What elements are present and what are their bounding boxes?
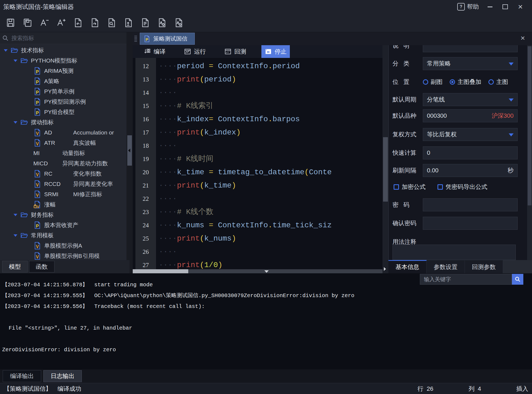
code-text[interactable]: ····print(k_nums) [156,232,382,245]
redo-button[interactable] [88,17,101,29]
drag-grip-icon[interactable] [134,34,138,43]
code-text[interactable]: ···· [156,245,382,258]
help-button[interactable]: ? 帮助 [457,3,479,11]
file-gear-button[interactable] [155,17,168,29]
adjust-mode-select[interactable]: 等比后复权 [423,128,518,141]
font-decrease-button[interactable] [38,17,50,29]
tab-模型[interactable]: 模型 [2,261,28,272]
tree-item[interactable]: V单股模型示例B引用模 [0,251,126,260]
splitter-down-icon[interactable] [264,270,269,273]
tree-item[interactable]: PA策略 [0,76,126,86]
tree-item[interactable]: VSRMIMI修正指标 [0,189,126,199]
refresh-interval-input[interactable] [423,164,517,177]
tree-item[interactable]: VRCCD异同离差变化率 [0,179,126,189]
code-text[interactable]: ····# K线索引 [156,99,382,113]
expander-icon[interactable] [4,49,8,52]
tree-item[interactable]: 摆动指标 [0,117,126,127]
tree-item[interactable]: PPY简单示例 [0,86,126,97]
export-file-button[interactable] [122,17,134,29]
minimize-button[interactable] [486,3,494,11]
tree-item[interactable]: P股本营收资产 [0,220,126,230]
sidebar-scrollbar[interactable] [126,32,133,273]
expander-icon[interactable] [14,121,17,124]
save-all-button[interactable] [21,17,34,29]
code-text[interactable]: ····k_time = timetag_to_datetime(Conte [156,166,382,179]
tree-item[interactable]: V单股模型示例A [0,241,126,251]
radio-option[interactable]: 主图 [488,78,508,86]
radio-option[interactable]: 主图叠加 [450,78,481,86]
radio-option[interactable]: 副图 [423,78,443,86]
tab-基本信息[interactable]: 基本信息 [388,260,427,273]
run-button[interactable]: 运行 [181,45,209,58]
code-text[interactable]: ····print(1/0) [156,258,382,269]
collapse-sidebar-icon[interactable] [128,149,130,152]
tab-编译输出[interactable]: 编译输出 [3,370,41,382]
tree-item[interactable]: MI动量指标 [0,148,126,158]
maximize-button[interactable] [501,3,509,11]
code-text[interactable]: ···· [156,139,382,152]
code-text[interactable]: ····print(period) [156,73,382,86]
tree-item[interactable]: PPY组合模型 [0,107,126,117]
code-text[interactable]: ····print(k_time) [156,179,382,192]
confirm-password-input[interactable] [423,217,517,229]
close-editor-icon[interactable]: × [521,34,525,42]
checkbox-option[interactable]: 凭密码导出公式 [437,183,487,191]
tree-item[interactable]: 常用模板 [0,230,126,241]
backtest-button[interactable]: 回测 [221,45,249,58]
undo-button[interactable] [72,17,84,29]
save-button[interactable] [4,17,17,29]
usage-note-textarea[interactable] [392,245,516,260]
svg-text:V: V [36,172,39,177]
code-text[interactable]: ····k_index= ContextInfo.barpos [156,113,382,126]
panel-scrollbar-handle[interactable] [528,46,531,205]
tab-日志输出[interactable]: 日志输出 [43,370,82,382]
expander-icon[interactable] [14,214,17,216]
compile-button[interactable]: 编译 [140,45,169,58]
stop-button[interactable]: 停止 [261,45,290,58]
code-text[interactable]: ····k_nums = ContextInfo.time_tick_siz [156,219,382,232]
editor-vscrollbar[interactable] [382,45,388,274]
quick-calc-input[interactable] [423,147,517,159]
vscrollbar-handle[interactable] [383,137,388,202]
code-text[interactable]: ···· [156,192,382,205]
tab-strategy-file[interactable]: P 策略测试国信 [140,33,195,45]
tree-item[interactable]: VRC变化率指数 [0,169,126,179]
description-input[interactable] [423,45,517,52]
font-increase-button[interactable] [55,17,67,29]
expander-icon[interactable] [14,60,17,62]
tree-item[interactable]: PARIMA预测 [0,66,126,76]
category-select[interactable]: 常用策略 [423,57,518,70]
tree-item[interactable]: VATR真实波幅 [0,138,126,148]
tree-item[interactable]: 技术指标 [0,45,126,55]
password-input[interactable] [423,199,517,211]
tree-item-label: 常用模板 [31,232,54,239]
code-text[interactable]: ····# K线个数 [156,205,382,219]
file-lines-button[interactable] [139,17,151,29]
svg-text:V: V [36,182,39,187]
code-text[interactable]: ····period = ContextInfo.period [156,60,382,73]
tree-item[interactable]: VADAccumulation or [0,127,126,138]
tree-item[interactable]: V涨幅 [0,199,126,210]
tab-参数设置[interactable]: 参数设置 [427,260,465,273]
search-indicator-input[interactable] [11,35,126,42]
tree-item[interactable]: MICD异同离差动力指数 [0,158,126,169]
splitter-right-icon[interactable] [384,267,386,271]
default-period-select[interactable]: 分笔线 [423,93,518,106]
tab-函数[interactable]: 函数 [29,261,54,272]
code-editor[interactable]: 12····period = ContextInfo.period13····p… [133,58,382,269]
code-text[interactable]: ····print(k_index) [156,126,382,139]
status-line-label: 行 [417,385,423,393]
find-in-file-button[interactable] [105,17,118,29]
tab-回测参数[interactable]: 回测参数 [465,260,503,273]
file-p-icon: P [33,108,41,116]
code-text[interactable]: ····# K线时间 [156,152,382,166]
checkbox-option[interactable]: 加密公式 [394,183,426,191]
tree-item[interactable]: 财务指标 [0,210,126,220]
panel-scrollbar[interactable] [527,45,532,260]
file-gear-2-button[interactable] [172,17,185,29]
expander-icon[interactable] [14,234,17,237]
close-button[interactable]: × [516,3,524,11]
tree-item[interactable]: PYTHON模型指标 [0,55,126,66]
code-text[interactable]: ···· [156,86,382,99]
tree-item[interactable]: PPY模型回测示例 [0,97,126,107]
